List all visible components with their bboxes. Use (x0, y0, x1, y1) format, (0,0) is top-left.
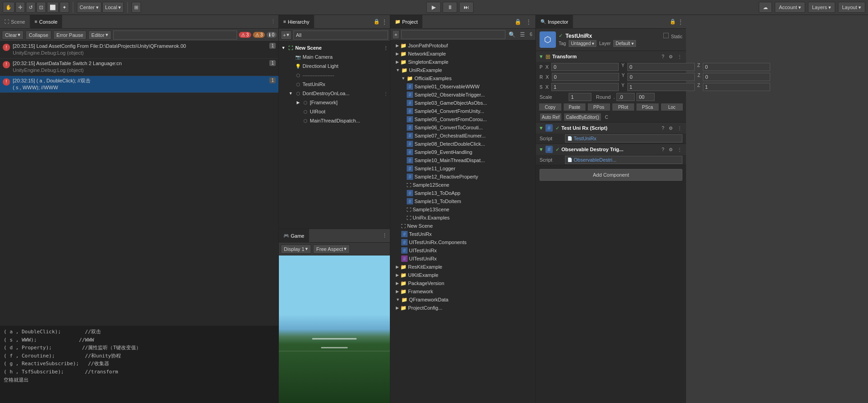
left-panel-more-btn[interactable]: ⋮ (268, 19, 278, 25)
proj-item-s04[interactable]: # Sample04_ConvertFromUnity... (390, 107, 535, 115)
proj-item-projconfig[interactable]: ▶ 📁 ProjectConfig... (390, 304, 535, 312)
hier-item-main-thread[interactable]: ▶ ⬡ MainThreadDispatch... (279, 116, 390, 125)
obs-destroy-enabled-check[interactable]: ✓ (555, 147, 560, 153)
pos-z-input[interactable] (703, 63, 770, 71)
pause-btn[interactable]: ⏸ (443, 2, 457, 13)
test-script-enabled-check[interactable]: ✓ (555, 125, 560, 131)
proj-item-ui-components[interactable]: # UITestUniRx.Components (390, 238, 535, 246)
proj-item-singleton[interactable]: ▶ 📁 SingletonExample (390, 58, 535, 66)
proj-item-ui-test-unirx[interactable]: # UITestUniRx (390, 246, 535, 255)
obs-script-value[interactable]: 📄 ObservableDestri... (565, 156, 682, 164)
paste-btn[interactable]: Paste (563, 103, 586, 111)
proj-item-s05[interactable]: # Sample05_ConvertFromCorou... (390, 115, 535, 123)
project-add-btn[interactable]: + (392, 30, 399, 39)
clear-btn[interactable]: Clear ▾ (2, 31, 24, 40)
scale-x-input[interactable] (551, 83, 619, 91)
hier-item-framework[interactable]: ▶ ⬡ [Framework] (279, 98, 390, 107)
project-more-btn[interactable]: ⋮ (525, 18, 533, 26)
test-script-help-btn[interactable]: ? (660, 125, 666, 131)
rot-y-input[interactable] (627, 73, 695, 81)
tab-console[interactable]: ≡ Console (30, 15, 62, 29)
test-script-settings-btn[interactable]: ⚙ (667, 125, 674, 131)
console-msg-2[interactable]: ! [20:32:15] ( a , DoubleClick); //双击 ( … (0, 76, 278, 93)
obs-destroy-help-btn[interactable]: ? (660, 147, 666, 153)
hier-item-directional-light[interactable]: ▶ 💡 Directional Light (279, 61, 390, 71)
display-btn[interactable]: Display 1 ▾ (281, 245, 311, 254)
proj-item-s08[interactable]: # Sample08_DetectDoubleClick... (390, 140, 535, 148)
cloud-btn[interactable]: ☁ (759, 2, 772, 13)
hierarchy-more-btn[interactable]: ⋮ (382, 19, 387, 25)
proj-item-s13app[interactable]: # Sample13_ToDoApp (390, 189, 535, 197)
pivot-btn[interactable]: Center ▾ (77, 2, 101, 13)
proj-item-s11[interactable]: # Sample11_Logger (390, 164, 535, 173)
proj-item-network[interactable]: ▶ 📁 NetworkExample (390, 50, 535, 58)
ppos-btn[interactable]: PPos (587, 103, 611, 111)
grid-btn[interactable]: ⊞ (131, 2, 141, 13)
project-lock-icon[interactable]: 🔒 (513, 18, 523, 26)
prot-btn[interactable]: PRot (612, 103, 635, 111)
proj-item-package[interactable]: ▶ 📁 PackageVersion (390, 279, 535, 287)
hierarchy-lock-icon[interactable]: 🔒 (373, 19, 380, 25)
project-search-icon[interactable]: 🔍 (507, 31, 517, 38)
scale-z-input[interactable] (703, 83, 770, 91)
tab-game[interactable]: 🎮 Game (279, 229, 309, 243)
proj-item-official[interactable]: ▼ 📁 OfficialExamples (390, 74, 535, 82)
proj-item-s07[interactable]: # Sample07_OrchestratlEnumer... (390, 132, 535, 140)
account-btn[interactable]: Account ▾ (775, 2, 805, 13)
proj-item-reskit[interactable]: ▶ 📁 ResKitExample (390, 263, 535, 271)
console-msg-1[interactable]: ! [20:32:15] AssetDataTable Switch 2 Lan… (0, 59, 278, 76)
proj-item-unirx[interactable]: ▼ 📁 UniRxExample (390, 66, 535, 74)
editor-btn[interactable]: Editor ▾ (88, 31, 111, 40)
project-search-input[interactable] (401, 30, 505, 39)
transform-tool-btn[interactable]: ✦ (60, 2, 69, 13)
layers-btn[interactable]: Layers ▾ (808, 2, 835, 13)
test-script-value[interactable]: 📄 TestUniRx (565, 134, 682, 143)
pos-x-input[interactable] (551, 63, 619, 71)
hierarchy-add-btn[interactable]: + ▾ (281, 31, 292, 40)
static-checkbox[interactable] (663, 33, 669, 38)
play-btn[interactable]: ▶ (426, 2, 441, 13)
layout-btn[interactable]: Layout ▾ (838, 2, 865, 13)
hier-item-new-scene[interactable]: ▼ ⛶ New Scene ⋮ (279, 43, 390, 52)
transform-help-btn[interactable]: ? (660, 54, 666, 60)
proj-item-s02[interactable]: # Sample02_ObservableTrigger... (390, 91, 535, 99)
copy-btn[interactable]: Copy (539, 103, 562, 111)
inspector-more-btn[interactable]: ⋮ (678, 19, 683, 25)
scale-tool-btn[interactable]: ⊡ (36, 2, 46, 13)
round-y-input[interactable] (636, 93, 655, 101)
rect-tool-btn[interactable]: ⬜ (47, 2, 59, 13)
scale-single-input[interactable] (569, 93, 591, 101)
move-tool-btn[interactable]: ✛ (15, 2, 25, 13)
psca-btn[interactable]: PSca (636, 103, 659, 111)
proj-item-s06[interactable]: # Sample06_ConvertToCorouti... (390, 123, 535, 132)
tab-scene[interactable]: ⛶ Scene (0, 15, 30, 29)
hier-item-main-camera[interactable]: ▶ 📷 Main Camera (279, 52, 390, 61)
proj-item-framework[interactable]: ▶ 📁 Framework (390, 287, 535, 296)
called-by-editor-btn[interactable]: CalledByEditor() (564, 113, 601, 121)
proj-item-s13scene[interactable]: ⛶ Sample13Scene (390, 205, 535, 214)
add-component-btn[interactable]: Add Component (540, 169, 682, 181)
test-script-more-btn[interactable]: ⋮ (676, 125, 683, 131)
rot-x-input[interactable] (552, 73, 619, 81)
proj-item-uikit[interactable]: ▶ 📁 UIKitExample (390, 271, 535, 279)
proj-item-s12[interactable]: # Sample12_ReactiveProperty (390, 173, 535, 181)
proj-item-ui-test-unirx2[interactable]: # UITestUniRx (390, 255, 535, 263)
hier-item-test-unirx[interactable]: ▶ ⬡ TestUniRx (279, 80, 390, 89)
obs-destroy-more-btn[interactable]: ⋮ (676, 147, 683, 153)
proj-item-new-scene[interactable]: ⛶ New Scene (390, 222, 535, 230)
hier-item-dont-destroy[interactable]: ▼ ⬡ DontDestroyOnLoa... ⋮ (279, 89, 390, 98)
proj-item-unirx-ex[interactable]: ⛶ UniRx.Examples (390, 214, 535, 222)
console-search-input[interactable] (113, 31, 237, 40)
tag-dropdown[interactable]: Untagged ▾ (569, 40, 596, 47)
proj-item-jsonpath[interactable]: ▶ 📁 JsonPathProtobuf (390, 41, 535, 50)
error-pause-btn[interactable]: Error Pause (53, 31, 86, 40)
loc-btn[interactable]: Loc (661, 103, 684, 111)
transform-lock-btn[interactable]: ⋮ (676, 54, 683, 60)
hand-tool-btn[interactable]: ✋ (3, 2, 15, 13)
proj-item-s13item[interactable]: # Sample13_ToDoItem (390, 197, 535, 205)
hier-item-uiroot[interactable]: ▶ ⬡ UIRoot (279, 107, 390, 116)
hier-item-divider[interactable]: ▶ ⬡ ------------------- (279, 71, 390, 80)
proj-item-s10[interactable]: # Sample10_MainThreadDispat... (390, 156, 535, 164)
object-enabled-check[interactable]: ✓ (559, 33, 563, 39)
dont-destroy-options-btn[interactable]: ⋮ (384, 91, 388, 96)
